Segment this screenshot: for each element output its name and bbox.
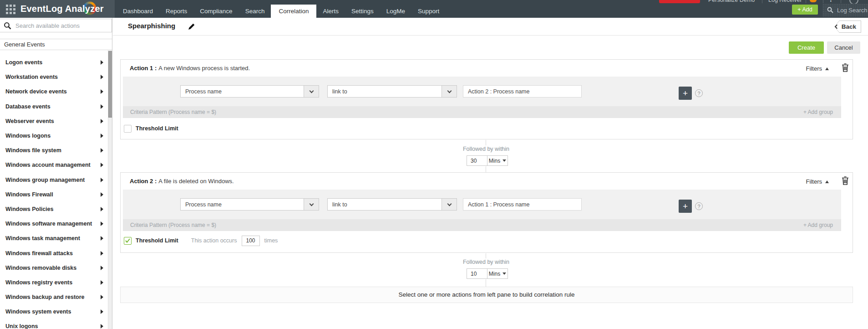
- sidebar-item[interactable]: Windows Firewall: [0, 187, 108, 202]
- action2-filter-panel: Process name link to + ? Criteria Patter…: [123, 190, 841, 231]
- sidebar-item[interactable]: Windows Policies: [0, 202, 108, 216]
- action2-threshold-checkbox[interactable]: [124, 237, 132, 245]
- sidebar-item[interactable]: Windows backup and restore: [0, 290, 108, 304]
- sidebar-item[interactable]: Windows task management: [0, 231, 108, 246]
- add-button[interactable]: + Add: [792, 5, 818, 15]
- action1-title: Action 1 :A new Windows process is start…: [130, 65, 250, 72]
- delete-action2-trash-icon[interactable]: [842, 176, 849, 185]
- nav-tab[interactable]: Dashboard: [117, 5, 159, 18]
- sidebar-item[interactable]: Unix logons: [0, 319, 108, 329]
- log-search-box[interactable]: Log Search: [822, 4, 868, 16]
- action2-operator-select[interactable]: link to: [327, 198, 457, 211]
- nav-tab[interactable]: Settings: [345, 5, 380, 18]
- create-button[interactable]: Create: [789, 41, 824, 54]
- sidebar-item[interactable]: Windows account management: [0, 158, 108, 172]
- personalize-demo-link[interactable]: Personalize Demo: [708, 0, 755, 3]
- sidebar-item[interactable]: Windows software management: [0, 216, 108, 231]
- apps-grid-icon[interactable]: [6, 5, 8, 7]
- action2-filters-toggle[interactable]: Filters: [806, 178, 829, 185]
- nav-tab[interactable]: Search: [239, 5, 271, 18]
- nav-tab[interactable]: Correlation: [271, 5, 316, 18]
- chevron-right-icon: [101, 309, 103, 314]
- action1-help-icon[interactable]: ?: [695, 89, 703, 97]
- connector-line: [486, 279, 486, 287]
- nav-tab[interactable]: Compliance: [193, 5, 239, 18]
- chevron-down-icon: [503, 159, 506, 162]
- sidebar-scrollbar[interactable]: [108, 50, 112, 329]
- action1-add-condition-button[interactable]: +: [679, 87, 692, 100]
- action2-add-group-link[interactable]: + Add group: [803, 222, 833, 228]
- followed-by-2-unit-select[interactable]: Mins: [487, 268, 508, 279]
- sidebar-item[interactable]: Workstation events: [0, 70, 108, 84]
- sidebar-item[interactable]: Windows system events: [0, 304, 108, 319]
- sidebar-item[interactable]: Windows logons: [0, 129, 108, 143]
- action1-add-group-link[interactable]: + Add group: [803, 109, 833, 115]
- notification-icon[interactable]: !: [830, 0, 832, 3]
- action2-help-icon[interactable]: ?: [695, 202, 703, 210]
- chevron-down-icon: [304, 199, 319, 210]
- followed-by-1-unit-select[interactable]: Mins: [487, 155, 508, 166]
- action2-label: Action 2 :: [130, 178, 157, 185]
- search-input[interactable]: Search available actions: [0, 19, 112, 32]
- nav-tab[interactable]: Reports: [159, 5, 193, 18]
- app-logo[interactable]: EventLog Analyzer: [20, 4, 104, 14]
- sidebar-item[interactable]: Windows file system: [0, 143, 108, 158]
- log-receiver-link[interactable]: Log Receiver: [768, 0, 802, 3]
- chevron-up-icon: [825, 180, 829, 183]
- main-nav: DashboardReportsComplianceSearchCorrelat…: [117, 5, 446, 18]
- action2-occurs-label: This action occurs: [191, 237, 237, 244]
- action1-filters-toggle[interactable]: Filters: [806, 65, 829, 72]
- sidebar-item[interactable]: Windows firewall attacks: [0, 246, 108, 260]
- search-placeholder: Search available actions: [15, 22, 80, 29]
- nav-tab[interactable]: LogMe: [380, 5, 411, 18]
- action1-threshold-checkbox[interactable]: [124, 125, 132, 133]
- followed-by-1-value-input[interactable]: [467, 155, 487, 166]
- action2-occurs-input[interactable]: [242, 236, 260, 246]
- action2-field-select[interactable]: Process name: [180, 198, 319, 211]
- sidebar-event-list: Logon events Workstation events Network …: [0, 55, 108, 329]
- action2-times-label: times: [264, 237, 278, 244]
- chevron-right-icon: [101, 163, 103, 167]
- rewards-icon[interactable]: [810, 0, 817, 2]
- action1-operator-select[interactable]: link to: [327, 85, 457, 98]
- action1-label: Action 1 :: [130, 65, 157, 72]
- chevron-right-icon: [101, 89, 103, 94]
- action1-description: A new Windows process is started.: [158, 65, 250, 72]
- action1-field-select[interactable]: Process name: [180, 85, 319, 98]
- divider: [823, 0, 823, 3]
- log-search-label: Log Search: [837, 7, 868, 14]
- followed-by-1-label: Followed by within: [441, 146, 532, 152]
- sidebar-item[interactable]: Windows group management: [0, 173, 108, 187]
- back-button[interactable]: Back: [834, 21, 861, 33]
- chevron-right-icon: [101, 266, 103, 270]
- delete-action1-trash-icon[interactable]: [842, 63, 849, 72]
- sidebar-item[interactable]: Database events: [0, 99, 108, 114]
- nav-tab[interactable]: Support: [411, 5, 446, 18]
- action2-add-condition-button[interactable]: +: [679, 200, 692, 213]
- followed-by-2-value-input[interactable]: [467, 268, 487, 279]
- chevron-right-icon: [101, 178, 103, 182]
- scrollbar-thumb[interactable]: [108, 51, 112, 118]
- sidebar-item[interactable]: Network device events: [0, 84, 108, 99]
- empty-state-panel: Select one or more actions from left pan…: [120, 287, 853, 303]
- cancel-button[interactable]: Cancel: [827, 41, 860, 54]
- chevron-down-icon: [442, 86, 457, 97]
- nav-tab[interactable]: Alerts: [316, 5, 345, 18]
- sidebar-item[interactable]: Webserver events: [0, 114, 108, 129]
- action1-criteria-strip: Criteria Pattern (Process name = $) + Ad…: [123, 106, 841, 118]
- action2-value-input[interactable]: [463, 198, 582, 211]
- chevron-right-icon: [101, 207, 103, 211]
- checkmark-icon: [125, 238, 130, 243]
- action1-value-input[interactable]: [463, 85, 582, 98]
- eventlog-analyzer-app: EventLog Analyzer DashboardReportsCompli…: [0, 0, 868, 329]
- action2-card: Action 2 :A file is deleted on Windows. …: [120, 172, 853, 253]
- sidebar-item[interactable]: Windows registry events: [0, 275, 108, 290]
- chevron-left-icon: [834, 25, 839, 29]
- sidebar-item[interactable]: Logon events: [0, 55, 108, 70]
- action2-description: A file is deleted on Windows.: [158, 178, 233, 185]
- action1-filter-panel: Process name link to + ? Criteria Patter…: [123, 77, 841, 118]
- edit-pencil-icon[interactable]: [188, 23, 195, 31]
- sidebar-item[interactable]: Windows removable disks: [0, 261, 108, 275]
- chevron-right-icon: [101, 134, 103, 138]
- download-button[interactable]: Download: [659, 0, 700, 3]
